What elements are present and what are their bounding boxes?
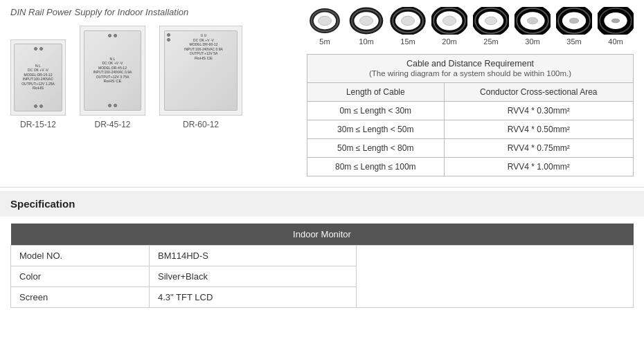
spec-title: Specification [10, 198, 75, 210]
power-supply-item-dr-15-12: N L DC OK +V -V MODEL:DR-15-12 INPUT:100… [10, 39, 66, 129]
cable-coil-10m [348, 7, 384, 35]
cable-area-cell: RVV4 * 1.00mm² [444, 158, 633, 176]
left-panel-title: DIN Rail Power Supply for Indoor Install… [10, 7, 296, 17]
svg-point-20 [569, 18, 578, 24]
spec-value-model: BM114HD-S [150, 246, 357, 266]
ps-dot [114, 34, 117, 37]
cable-area-cell: RVV4 * 0.75mm² [444, 139, 633, 158]
spec-section: Specification [0, 191, 644, 217]
cable-item-15m: 15m [390, 7, 426, 46]
cable-item-20m: 20m [431, 7, 467, 46]
cable-coil-15m [390, 7, 426, 35]
cable-item-5m: 5m [307, 7, 343, 46]
power-supply-image-dr-15-12: N L DC OK +V -V MODEL:DR-15-12 INPUT:100… [10, 39, 66, 116]
power-supply-image-dr-60-12: U U DC OK +V -V MODEL:DR-60-12 INPUT:100… [159, 26, 242, 116]
ps-dot [34, 104, 37, 108]
cable-item-40m: 40m [598, 7, 634, 46]
svg-point-14 [485, 17, 497, 24]
cable-distance-table: Cable and Distance Requirement (The wiri… [307, 54, 634, 176]
cable-coil-35m [556, 7, 592, 35]
cable-label-10m: 10m [359, 37, 373, 46]
spec-value-screen: 4.3" TFT LCD [150, 287, 357, 308]
cable-area-cell: RVV4 * 0.50mm² [444, 120, 633, 139]
cable-length-cell: 30m ≤ Length < 50m [307, 120, 445, 139]
cable-coil-25m [473, 7, 509, 35]
power-supply-image-dr-45-12: N L DC OK +V -V MODEL:DR-45-12 INPUT:100… [80, 26, 145, 116]
cable-length-cell: 0m ≤ Length < 30m [307, 102, 445, 120]
cable-coil-40m [598, 7, 634, 35]
svg-point-17 [527, 17, 537, 24]
power-supplies: N L DC OK +V -V MODEL:DR-15-12 INPUT:100… [10, 26, 296, 129]
power-supply-item-dr-60-12: U U DC OK +V -V MODEL:DR-60-12 INPUT:100… [159, 26, 242, 129]
cable-coil-30m [515, 7, 551, 35]
ps-dot [34, 47, 37, 51]
cable-area-cell: RVV4 * 0.30mm² [444, 102, 633, 120]
ps-label: U U DC OK +V -V MODEL:DR-60-12 INPUT:100… [172, 33, 235, 61]
spec-label-screen: Screen [11, 287, 150, 308]
cable-coil-20m [431, 7, 467, 35]
cable-label-35m: 35m [566, 37, 581, 46]
ps-label: N L DC OK +V -V MODEL:DR-45-12 INPUT:100… [93, 57, 132, 84]
svg-point-5 [359, 16, 373, 25]
cable-item-30m: 30m [515, 7, 551, 46]
cable-label-40m: 40m [608, 37, 623, 46]
cable-label-15m: 15m [400, 37, 415, 46]
cable-label-5m: 5m [319, 37, 330, 46]
cable-label-30m: 30m [525, 37, 539, 46]
power-supply-name-dr-15-12: DR-15-12 [20, 120, 56, 129]
table-row: 0m ≤ Length < 30m RVV4 * 0.30mm² [307, 102, 634, 120]
svg-point-8 [401, 16, 414, 25]
table-row: 30m ≤ Length < 50m RVV4 * 0.50mm² [307, 120, 634, 139]
cable-item-25m: 25m [473, 7, 509, 46]
top-section: DIN Rail Power Supply for Indoor Install… [0, 0, 644, 188]
cable-table-title: Cable and Distance Requirement (The wiri… [307, 55, 634, 83]
svg-point-2 [318, 16, 331, 25]
spec-row-model: Model NO. BM114HD-S [11, 246, 634, 266]
svg-point-11 [442, 16, 456, 25]
ps-dot [114, 104, 117, 107]
spec-table: Indoor Monitor Model NO. BM114HD-S Color… [10, 224, 634, 308]
svg-point-23 [611, 19, 619, 23]
right-panel: 5m 10m [307, 7, 634, 176]
spec-value-color: Silver+Black [150, 266, 357, 287]
spec-label-color: Color [11, 266, 150, 287]
ps-dot [108, 34, 111, 37]
left-panel: DIN Rail Power Supply for Indoor Install… [10, 7, 307, 176]
table-row: 50m ≤ Length < 80m RVV4 * 0.75mm² [307, 139, 634, 158]
cable-label-25m: 25m [483, 37, 498, 46]
ps-dot [39, 47, 43, 51]
col-header-area: Conductor Cross-sectional Area [444, 83, 633, 102]
spec-table-wrapper: Indoor Monitor Model NO. BM114HD-S Color… [0, 217, 644, 308]
ps-dot [108, 104, 111, 107]
cable-item-10m: 10m [348, 7, 384, 46]
cable-item-35m: 35m [556, 7, 592, 46]
power-supply-item-dr-45-12: N L DC OK +V -V MODEL:DR-45-12 INPUT:100… [80, 26, 145, 129]
cable-label-20m: 20m [442, 37, 456, 46]
power-supply-name-dr-45-12: DR-45-12 [94, 120, 130, 129]
spec-right-col [357, 246, 634, 308]
cable-images: 5m 10m [307, 7, 634, 46]
power-supply-name-dr-60-12: DR-60-12 [183, 120, 219, 129]
cable-length-cell: 50m ≤ Length < 80m [307, 139, 445, 158]
cable-coil-5m [307, 7, 343, 35]
monitor-header: Indoor Monitor [11, 224, 634, 246]
ps-label: N L DC OK +V -V MODEL:DR-15-12 INPUT:100… [21, 64, 55, 91]
col-header-length: Length of Cable [307, 83, 445, 102]
cable-length-cell: 80m ≤ Length ≤ 100m [307, 158, 445, 176]
ps-dot [39, 104, 43, 108]
spec-label-model: Model NO. [11, 246, 150, 266]
table-row: 80m ≤ Length ≤ 100m RVV4 * 1.00mm² [307, 158, 634, 176]
